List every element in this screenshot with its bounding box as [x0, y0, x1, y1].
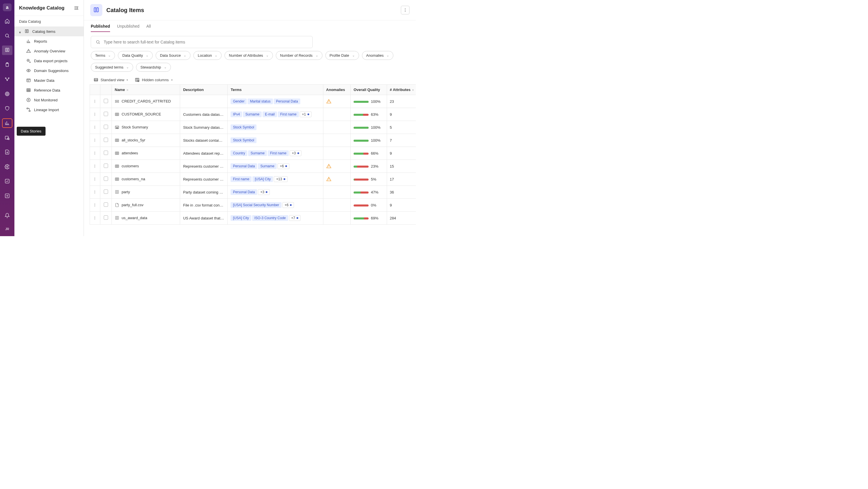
row-checkbox[interactable] [104, 190, 108, 194]
row-more-icon[interactable] [93, 125, 97, 129]
tree-item-lineage-import[interactable]: Lineage Import [14, 105, 84, 115]
term-tag[interactable]: Stock Symbol [230, 124, 256, 130]
col-description[interactable]: Description [180, 85, 228, 95]
filter-chip[interactable]: Number of Attributes⌄ [224, 51, 273, 60]
row-more-icon[interactable] [93, 216, 97, 220]
col-terms[interactable]: Terms [228, 85, 323, 95]
row-checkbox[interactable] [104, 125, 108, 129]
row-checkbox[interactable] [104, 112, 108, 116]
term-tag[interactable]: Stock Symbol [230, 137, 256, 143]
col-name[interactable]: Name≡ [112, 85, 180, 95]
search-input[interactable] [104, 40, 308, 44]
tree-item-reference-data[interactable]: Reference Data [14, 85, 84, 95]
table-row[interactable]: all_stocks_5yrStocks dataset contai…Stoc… [90, 134, 416, 147]
table-row[interactable]: partyParty dataset coming …Personal Data… [90, 186, 416, 199]
col-anomalies[interactable]: Anomalies [323, 85, 350, 95]
filter-chip[interactable]: Data Source⌄ [156, 51, 190, 60]
filter-chip[interactable]: Stewardship⌄ [136, 63, 171, 72]
target-icon[interactable] [2, 89, 12, 99]
col-attributes[interactable]: # Attributes≡ [387, 85, 416, 95]
more-terms-badge[interactable]: +6 [278, 163, 289, 169]
search-box[interactable] [91, 36, 313, 48]
filter-chip[interactable]: Anomalies⌄ [362, 51, 394, 60]
term-tag[interactable]: ISO-3 Country Code [252, 215, 288, 221]
table-row[interactable]: CREDIT_CARDS_ATTRITEDGenderMarital statu… [90, 95, 416, 108]
row-more-icon[interactable] [93, 151, 97, 155]
row-checkbox[interactable] [104, 151, 108, 155]
filter-chip[interactable]: Number of Records⌄ [276, 51, 322, 60]
check-icon[interactable] [2, 176, 12, 186]
table-row[interactable]: CUSTOMER_SOURCECustomers data datas…IPv4… [90, 108, 416, 121]
term-tag[interactable]: Surname [243, 111, 262, 117]
term-tag[interactable]: IPv4 [230, 111, 242, 117]
term-tag[interactable]: Gender [230, 98, 247, 104]
collapse-panel-icon[interactable] [74, 5, 79, 11]
row-checkbox[interactable] [104, 202, 108, 207]
image-plus-icon[interactable] [2, 191, 12, 201]
tree-item-not-monitored[interactable]: Not Monitored [14, 95, 84, 105]
knowledge-catalog-icon[interactable] [2, 45, 12, 55]
row-more-icon[interactable] [93, 138, 97, 142]
search-icon[interactable] [2, 31, 12, 41]
tree-item-domain-suggestions[interactable]: Domain Suggestions [14, 66, 84, 75]
app-logo[interactable]: a [3, 3, 11, 11]
home-icon[interactable] [2, 17, 12, 26]
filter-chip[interactable]: Suggested terms⌄ [91, 63, 133, 72]
tree-item-reports[interactable]: Reports [14, 36, 84, 46]
user-avatar[interactable]: JR [3, 226, 11, 233]
row-checkbox[interactable] [104, 216, 108, 220]
row-more-icon[interactable] [93, 99, 97, 103]
hidden-columns-toggle[interactable]: Hidden columns ▾ [135, 77, 172, 82]
tab-all[interactable]: All [146, 24, 151, 32]
term-tag[interactable]: Personal Data [230, 163, 257, 169]
settings-icon[interactable] [2, 162, 12, 172]
table-row[interactable]: customersRepresents customer …Personal D… [90, 160, 416, 173]
explore-icon[interactable] [2, 133, 12, 142]
row-checkbox[interactable] [104, 138, 108, 142]
filter-chip[interactable]: Terms⌄ [91, 51, 115, 60]
col-quality[interactable]: Overall Quality [350, 85, 387, 95]
more-terms-badge[interactable]: +3 [290, 150, 302, 156]
row-checkbox[interactable] [104, 164, 108, 168]
term-tag[interactable]: First name [278, 111, 299, 117]
row-checkbox[interactable] [104, 176, 108, 181]
row-more-icon[interactable] [93, 190, 97, 194]
term-tag[interactable]: Personal Data [274, 98, 300, 104]
filter-chip[interactable]: Data Quality⌄ [118, 51, 153, 60]
more-terms-badge[interactable]: +13 [274, 176, 287, 182]
term-tag[interactable]: E-mail [262, 111, 277, 117]
page-more-button[interactable] [401, 6, 409, 14]
term-tag[interactable]: [USA] City [252, 176, 273, 182]
table-row[interactable]: customers_naRepresents customer …First n… [90, 173, 416, 186]
term-tag[interactable]: Marital status [248, 98, 273, 104]
term-tag[interactable]: Personal Data [230, 189, 257, 195]
table-row[interactable]: SQLStock SummaryStock Summary datas…Stoc… [90, 121, 416, 134]
tab-published[interactable]: Published [91, 24, 110, 32]
row-more-icon[interactable] [93, 112, 97, 116]
graph-icon[interactable] [2, 74, 12, 84]
standard-view-toggle[interactable]: Standard view ▾ [94, 77, 128, 82]
table-row[interactable]: attendeesAttendees dataset rep…CountrySu… [90, 147, 416, 160]
more-terms-badge[interactable]: +3 [258, 189, 270, 195]
filter-chip[interactable]: Profile Date⌄ [326, 51, 359, 60]
tree-item-data-export[interactable]: Data export projects [14, 56, 84, 66]
more-terms-badge[interactable]: +6 [282, 202, 294, 208]
shield-icon[interactable] [2, 104, 12, 113]
tree-item-master-data[interactable]: Master Data [14, 75, 84, 85]
term-tag[interactable]: [USA] City [230, 215, 251, 221]
bell-icon[interactable] [2, 211, 12, 220]
export-icon[interactable] [2, 148, 12, 157]
term-tag[interactable]: First name [268, 150, 289, 156]
more-terms-badge[interactable]: +1 [300, 111, 312, 117]
term-tag[interactable]: Surname [248, 150, 267, 156]
row-more-icon[interactable] [93, 203, 97, 207]
filter-chip[interactable]: Location⌄ [193, 51, 222, 60]
term-tag[interactable]: First name [230, 176, 252, 182]
term-tag[interactable]: Surname [258, 163, 277, 169]
tree-root-catalog-items[interactable]: ▾ Catalog Items [14, 27, 84, 36]
term-tag[interactable]: Country [230, 150, 247, 156]
more-terms-badge[interactable]: +7 [289, 215, 301, 221]
row-more-icon[interactable] [93, 164, 97, 168]
term-tag[interactable]: [USA] Social Security Number [230, 202, 281, 208]
clipboard-icon[interactable] [2, 60, 12, 70]
